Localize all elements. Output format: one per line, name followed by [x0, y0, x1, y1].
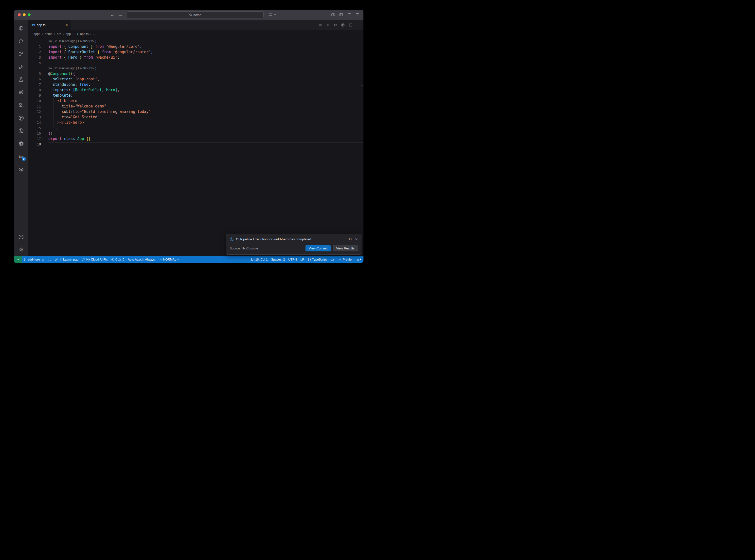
code-text: `, [48, 125, 57, 131]
breadcrumb-item[interactable]: apps [34, 32, 40, 36]
problems-status[interactable]: 0 0 [109, 258, 126, 261]
cursor-position-status[interactable]: Ln 18, Col 1 [249, 258, 269, 261]
run-debug-icon[interactable] [14, 60, 28, 73]
gitlens-icon[interactable] [14, 112, 28, 124]
split-editor-icon[interactable] [349, 23, 353, 27]
nx-cloud-ai-fix[interactable]: Nx Cloud AI Fix [80, 258, 109, 261]
title-bar: ← → acme [14, 9, 363, 20]
code-editor[interactable]: You, 26 minutes ago | 1 author (You)1imp… [28, 38, 363, 256]
notification-title: CI Pipeline Execution for #add-hero has … [236, 237, 346, 241]
overview-ruler-marker [361, 85, 363, 86]
code-line: 18 [28, 141, 363, 147]
bell-icon [356, 258, 360, 261]
code-text: subtitle="Build something amazing today" [48, 109, 151, 114]
code-line: 16}) [28, 131, 363, 136]
activity-bar: N>2 ⚙ [14, 20, 28, 256]
navigate-forward-button[interactable]: → [118, 12, 122, 17]
next-change-icon[interactable] [333, 23, 338, 27]
gitlens-branch-status[interactable] [46, 258, 53, 261]
line-number: 17 [28, 136, 41, 141]
line-number: 3 [28, 55, 41, 60]
copilot-status[interactable] [329, 258, 336, 262]
nx-console-icon[interactable]: N>2 [14, 150, 28, 163]
encoding-status[interactable]: UTF-8 [286, 258, 299, 261]
remote-indicator[interactable]: >< [14, 256, 22, 263]
prettier-status[interactable]: Prettier [336, 258, 354, 261]
auto-attach-status[interactable]: Auto Attach: Always [126, 258, 157, 261]
notifications-bell[interactable] [354, 258, 361, 261]
copilot-icon [330, 258, 334, 262]
notification-source: Source: Nx Console [230, 246, 305, 250]
code-line: 8 imports: [RouterOutlet, Hero], [28, 87, 363, 93]
testing-icon[interactable] [14, 73, 28, 86]
accounts-icon[interactable] [14, 231, 28, 243]
customize-layout-icon[interactable] [331, 13, 335, 17]
notification-toast: CI Pipeline Execution for #add-hero has … [226, 234, 361, 255]
code-line: 5@Component({ [28, 71, 363, 76]
breadcrumb-symbol-tail[interactable]: ... [93, 32, 95, 36]
notification-dot [360, 259, 361, 260]
code-line: 10 <lib-hero [28, 98, 363, 103]
branch-status[interactable]: add-hero [22, 258, 46, 261]
more-actions-icon[interactable]: ⋯ [356, 23, 360, 27]
line-number: 11 [28, 103, 41, 109]
breadcrumb-item[interactable]: app [65, 32, 71, 36]
double-check-icon [338, 258, 342, 261]
settings-gear-icon[interactable]: ⚙ [14, 243, 28, 256]
code-text: ></lib-hero> [48, 120, 84, 125]
tab-bar: TS app.ts ✕ ⋯ [28, 20, 363, 30]
line-number: 10 [28, 98, 41, 103]
error-icon [111, 258, 114, 261]
launchpad-status[interactable]: Launchpad [53, 258, 80, 261]
language-status[interactable]: {} TypeScript [306, 258, 329, 261]
commit-graph-icon[interactable] [341, 23, 345, 27]
breadcrumb-file[interactable]: app.ts [80, 32, 88, 36]
line-number: 8 [28, 87, 41, 93]
commit-search-icon[interactable] [14, 124, 28, 137]
code-line: 3import { Hero } from '@acme/ui'; [28, 55, 363, 60]
breadcrumb-item[interactable]: src [57, 32, 61, 36]
line-number: 9 [28, 93, 41, 98]
current-change-icon[interactable] [326, 23, 330, 27]
line-number: 14 [28, 120, 41, 125]
tab-close-icon[interactable]: ✕ [65, 23, 68, 27]
toggle-panel-icon[interactable] [347, 13, 351, 17]
copilot-menu-button[interactable] [268, 12, 276, 17]
view-commit-button[interactable]: View Commit [305, 245, 331, 252]
source-control-icon[interactable] [14, 47, 28, 60]
prev-change-icon[interactable] [319, 23, 323, 27]
breadcrumb[interactable]: apps › demo › src › app › TS app.ts › ..… [28, 30, 363, 38]
code-line: 13 cta="Get Started" [28, 114, 363, 120]
indentation-status[interactable]: Spaces: 2 [270, 258, 287, 261]
line-number: 6 [28, 76, 41, 82]
line-number: 7 [28, 82, 41, 87]
minimize-window-button[interactable] [23, 13, 26, 16]
toggle-primary-sidebar-icon[interactable] [339, 13, 343, 17]
notification-close-icon[interactable]: ✕ [355, 237, 358, 241]
code-text: standalone: true, [48, 82, 91, 87]
explorer-icon[interactable] [14, 22, 28, 35]
extensions-icon[interactable] [14, 86, 28, 99]
notification-settings-icon[interactable]: ⚙ [349, 237, 352, 241]
code-text: template: ` [48, 93, 77, 98]
search-view-icon[interactable] [14, 35, 28, 47]
close-window-button[interactable] [18, 13, 21, 16]
toggle-secondary-sidebar-icon[interactable] [355, 13, 359, 17]
view-results-button[interactable]: View Results [333, 245, 358, 252]
edge-devtools-icon[interactable] [14, 137, 28, 150]
git-branch-icon [23, 258, 27, 261]
command-center-search[interactable]: acme [127, 11, 263, 18]
eol-status[interactable]: LF [299, 258, 306, 261]
navigate-back-button[interactable]: ← [110, 12, 114, 17]
code-text: cta="Get Started" [48, 114, 100, 120]
code-text: <lib-hero [48, 98, 77, 103]
breadcrumb-item[interactable]: demo [45, 32, 52, 36]
code-line: 4 [28, 60, 363, 65]
tab-app-ts[interactable]: TS app.ts ✕ [28, 20, 71, 30]
container-tools-icon[interactable] [14, 163, 28, 176]
vim-mode-status[interactable]: -- NORMAL -- [159, 258, 181, 261]
code-text: }) [48, 131, 53, 136]
typescript-file-icon: TS [75, 33, 78, 35]
hierarchy-view-icon[interactable] [14, 99, 28, 112]
zoom-window-button[interactable] [27, 13, 31, 16]
